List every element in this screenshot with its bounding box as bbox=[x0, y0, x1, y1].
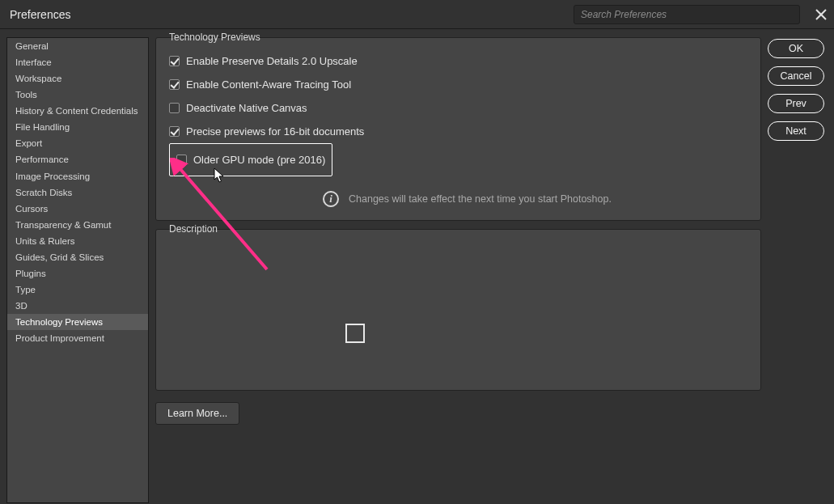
technology-previews-group: Technology Previews Enable Preserve Deta… bbox=[155, 37, 761, 221]
sidebar-item-file-handling[interactable]: File Handling bbox=[7, 119, 148, 135]
sidebar-item-plugins[interactable]: Plugins bbox=[7, 265, 148, 282]
info-text: Changes will take effect the next time y… bbox=[349, 193, 612, 205]
option-row: Precise previews for 16-bit documents bbox=[169, 120, 747, 143]
checkbox[interactable] bbox=[169, 56, 180, 66]
info-icon: i bbox=[323, 191, 339, 207]
search-input[interactable] bbox=[574, 5, 800, 24]
content: GeneralInterfaceWorkspaceToolsHistory & … bbox=[0, 29, 834, 504]
sidebar-item-cursors[interactable]: Cursors bbox=[7, 201, 148, 217]
info-row: i Changes will take effect the next time… bbox=[169, 191, 747, 207]
option-row: Older GPU mode (pre 2016) bbox=[176, 148, 325, 172]
option-row: Deactivate Native Canvas bbox=[169, 96, 747, 120]
titlebar: Preferences bbox=[0, 0, 834, 29]
sidebar-item-tools[interactable]: Tools bbox=[7, 87, 148, 103]
sidebar-item-history-content-credentials[interactable]: History & Content Credentials bbox=[7, 103, 148, 119]
prev-button[interactable]: Prev bbox=[768, 94, 824, 113]
titlebar-right bbox=[574, 5, 828, 24]
next-button[interactable]: Next bbox=[768, 121, 824, 141]
option-label[interactable]: Precise previews for 16-bit documents bbox=[186, 125, 364, 138]
sidebar-item-guides-grid-slices[interactable]: Guides, Grid & Slices bbox=[7, 249, 148, 265]
sidebar-item-scratch-disks[interactable]: Scratch Disks bbox=[7, 184, 148, 201]
sidebar-item-general[interactable]: General bbox=[7, 38, 148, 54]
description-placeholder-box bbox=[345, 324, 365, 343]
ok-button[interactable]: OK bbox=[768, 39, 824, 58]
highlighted-option: Older GPU mode (pre 2016) bbox=[169, 143, 332, 176]
option-row: Enable Content-Aware Tracing Tool bbox=[169, 73, 747, 96]
checkbox[interactable] bbox=[169, 79, 180, 90]
description-group: Description bbox=[155, 229, 761, 391]
option-row: Enable Preserve Details 2.0 Upscale bbox=[169, 49, 747, 73]
close-icon[interactable] bbox=[815, 8, 828, 21]
cancel-button[interactable]: Cancel bbox=[768, 66, 824, 86]
sidebar-item-type[interactable]: Type bbox=[7, 282, 148, 298]
window-title: Preferences bbox=[10, 8, 70, 21]
option-label[interactable]: Older GPU mode (pre 2016) bbox=[193, 154, 325, 166]
option-label[interactable]: Deactivate Native Canvas bbox=[186, 102, 307, 114]
main-panel: Technology Previews Enable Preserve Deta… bbox=[155, 37, 761, 494]
sidebar-item-product-improvement[interactable]: Product Improvement bbox=[7, 330, 148, 346]
sidebar-item-workspace[interactable]: Workspace bbox=[7, 70, 148, 87]
option-label[interactable]: Enable Content-Aware Tracing Tool bbox=[186, 78, 351, 91]
sidebar-item-3d[interactable]: 3D bbox=[7, 298, 148, 314]
sidebar-item-export[interactable]: Export bbox=[7, 135, 148, 151]
learn-more-button[interactable]: Learn More... bbox=[155, 402, 239, 425]
checkbox[interactable] bbox=[169, 126, 180, 137]
sidebar-item-units-rulers[interactable]: Units & Rulers bbox=[7, 233, 148, 249]
group-title: Technology Previews bbox=[164, 32, 265, 43]
sidebar-item-interface[interactable]: Interface bbox=[7, 54, 148, 70]
sidebar-item-technology-previews[interactable]: Technology Previews bbox=[7, 314, 148, 330]
sidebar-item-image-processing[interactable]: Image Processing bbox=[7, 168, 148, 184]
checkbox[interactable] bbox=[176, 155, 187, 165]
sidebar-item-performance[interactable]: Performance bbox=[7, 151, 148, 167]
description-title: Description bbox=[164, 223, 222, 235]
option-label[interactable]: Enable Preserve Details 2.0 Upscale bbox=[186, 55, 358, 67]
right-buttons: OK Cancel Prev Next bbox=[768, 39, 824, 494]
sidebar-item-transparency-gamut[interactable]: Transparency & Gamut bbox=[7, 217, 148, 233]
sidebar: GeneralInterfaceWorkspaceToolsHistory & … bbox=[6, 37, 149, 503]
checkbox[interactable] bbox=[169, 103, 180, 113]
